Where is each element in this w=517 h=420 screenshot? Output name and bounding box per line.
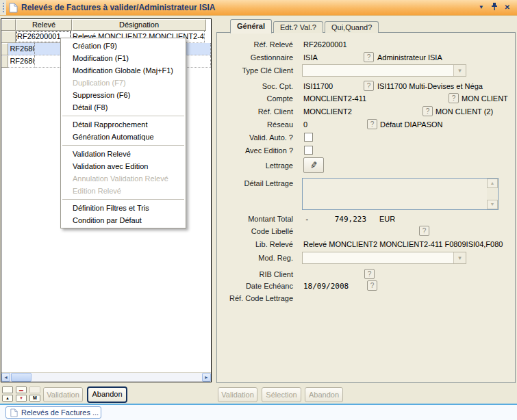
tab-qui-quand[interactable]: Qui,Quand?	[325, 21, 379, 33]
cell-releve[interactable]: RF268000	[8, 43, 35, 55]
nav-up-button[interactable]: ▲	[2, 395, 13, 402]
lookup-help-button[interactable]: ?	[367, 280, 377, 291]
column-header-designation[interactable]: Désignation	[72, 19, 206, 31]
row-selector[interactable]	[1, 31, 16, 43]
field-code-libelle: Code Libellé ?	[217, 226, 515, 238]
row-selector-header[interactable]	[1, 19, 16, 31]
field-label: Réseau	[217, 119, 293, 131]
lookup-help-button[interactable]: ?	[419, 226, 429, 236]
lookup-help-button[interactable]: ?	[364, 52, 374, 62]
field-lettrage: Lettrage ✎	[217, 160, 515, 172]
lookup-help-button[interactable]: ?	[449, 93, 459, 103]
menu-separator	[62, 145, 184, 146]
field-label: Soc. Cpt.	[217, 81, 293, 92]
row-selector[interactable]	[1, 55, 8, 68]
scrollbar-thumb[interactable]	[11, 373, 31, 382]
currency-label: EUR	[379, 213, 395, 225]
lookup-help-button[interactable]: ?	[367, 119, 377, 129]
menu-item-modification[interactable]: Modification (F1)	[61, 52, 186, 64]
row-selector[interactable]	[1, 43, 8, 55]
horizontal-scrollbar[interactable]: ◄ ►	[1, 372, 211, 382]
field-valid-auto: Valid. Auto. ?	[217, 132, 515, 144]
tab-edt-val[interactable]: Edt.? Val.?	[273, 21, 323, 33]
scroll-up-icon[interactable]: ▲	[487, 179, 498, 188]
menu-item-validation-avec-edition[interactable]: Validation avec Edition	[61, 160, 186, 172]
field-description: Défaut DIAPASON	[380, 119, 443, 131]
menu-item-edition-releve: Edition Relevé	[61, 185, 186, 197]
field-label: Gestionnaire	[217, 52, 293, 64]
field-description: MON CLIENT (2)	[436, 106, 493, 118]
field-value: Relevé MONCLIENT2 MONCLIENT2-411 F0809IS…	[303, 239, 503, 250]
cell-releve[interactable]: RF268000	[8, 55, 35, 68]
menu-item-condition-par-defaut[interactable]: Condition par Défaut	[61, 214, 186, 226]
pin-icon[interactable]	[491, 3, 498, 12]
menu-item-validation-releve[interactable]: Validation Relevé	[61, 148, 186, 160]
vertical-scrollbar[interactable]: ▲ ▼	[487, 179, 498, 209]
field-value: 0	[303, 119, 307, 131]
chevron-down-icon: ▾	[453, 252, 466, 263]
application-window: { "window": { "title": "Relevés de Factu…	[0, 0, 517, 420]
field-label: Type Clé Client	[217, 65, 293, 77]
field-value: 18/09/2008	[303, 280, 349, 292]
valid-auto-checkbox[interactable]	[304, 133, 313, 142]
field-label: Lettrage	[217, 160, 293, 172]
lettrage-button[interactable]: ✎	[303, 157, 324, 173]
taskbar-tab-releves[interactable]: Relevés de Factures ...	[5, 406, 101, 419]
lookup-help-button[interactable]: ?	[364, 81, 374, 91]
field-ref-client: Réf. Client MONCLIENT2 ? MON CLIENT (2)	[217, 106, 515, 118]
field-label: Code Libellé	[217, 226, 293, 237]
mod-reg-combo[interactable]: ▾	[302, 252, 466, 264]
menu-item-modification-globale[interactable]: Modification Globale (Maj+F1)	[61, 64, 186, 77]
field-description: MON CLIENT	[462, 93, 508, 105]
menu-item-definition-filtres[interactable]: Définition Filtres et Tris	[61, 202, 186, 214]
field-label: RIB Client	[217, 269, 293, 280]
nav-delete-button[interactable]: ▬	[16, 386, 27, 393]
abandon-button-right: Abandon	[305, 387, 343, 402]
detail-panel: Général Edt.? Val.? Qui,Quand? Réf. Rele…	[214, 16, 516, 384]
avec-edition-checkbox[interactable]	[304, 146, 313, 155]
tab-strip: Général Edt.? Val.? Qui,Quand?	[230, 19, 380, 33]
nav-m-button[interactable]: M	[29, 395, 40, 402]
field-soc-cpt: Soc. Cpt. ISI11700 ? ISI11700 Multi-Devi…	[217, 81, 515, 93]
detail-lettrage-textarea[interactable]: ▲ ▼	[302, 178, 499, 210]
field-label: Détail Lettrage	[217, 178, 293, 189]
window-menu-icon[interactable]: ▼	[479, 5, 484, 10]
nav-disabled-button	[29, 386, 40, 393]
field-date-echeance: Date Echéanc 18/09/2008 ?	[217, 280, 515, 293]
tab-general[interactable]: Général	[230, 19, 272, 34]
field-label: Mod. Reg.	[217, 252, 293, 264]
field-avec-edition: Avec Edition ?	[217, 145, 515, 157]
grid-header: Relevé Désignation	[1, 19, 211, 31]
scroll-right-icon[interactable]: ►	[202, 373, 211, 382]
lookup-help-button[interactable]: ?	[364, 269, 375, 279]
nav-down-button[interactable]: ▼	[16, 395, 27, 402]
menu-item-detail-rapprochement[interactable]: Détail Rapprochement	[61, 118, 186, 131]
abandon-button-left[interactable]: Abandon	[87, 386, 127, 403]
menu-item-detail[interactable]: Détail (F8)	[61, 101, 186, 114]
field-value: ISIA	[303, 52, 318, 64]
menu-item-generation-automatique[interactable]: Génération Automatique	[61, 131, 186, 143]
red-bar-icon: ▬	[19, 388, 23, 392]
menu-item-duplication: Duplication (F7)	[61, 77, 186, 89]
field-label: Réf. Relevé	[217, 39, 293, 51]
nav-blank-button[interactable]	[2, 386, 13, 393]
menu-item-creation[interactable]: Création (F9)	[61, 40, 186, 52]
menu-item-suppression[interactable]: Suppression (F6)	[61, 89, 186, 101]
selection-button: Sélection	[262, 387, 301, 402]
field-label: Lib. Relevé	[217, 239, 293, 250]
column-header-releve[interactable]: Relevé	[16, 19, 72, 31]
down-triangle-icon: ▼	[19, 396, 23, 400]
menu-item-annulation-validation: Annulation Validation Relevé	[61, 172, 186, 185]
lookup-help-button[interactable]: ?	[423, 106, 433, 116]
scroll-left-icon[interactable]: ◄	[1, 373, 10, 382]
field-label: Avec Edition ?	[217, 145, 293, 157]
field-montant-total: Montant Total - 749,223 EUR	[217, 213, 515, 226]
drag-grip[interactable]	[0, 0, 6, 15]
field-type-cle-client: Type Clé Client ▾	[217, 65, 515, 77]
scroll-down-icon[interactable]: ▼	[487, 200, 498, 209]
type-cle-client-combo[interactable]: ▾	[302, 64, 466, 77]
field-value: ISI11700	[303, 81, 333, 92]
field-ref-releve: Réf. Relevé RF26200001	[217, 39, 515, 51]
taskbar: Relevés de Factures ...	[0, 404, 517, 420]
close-icon[interactable]: ✕	[505, 4, 510, 11]
